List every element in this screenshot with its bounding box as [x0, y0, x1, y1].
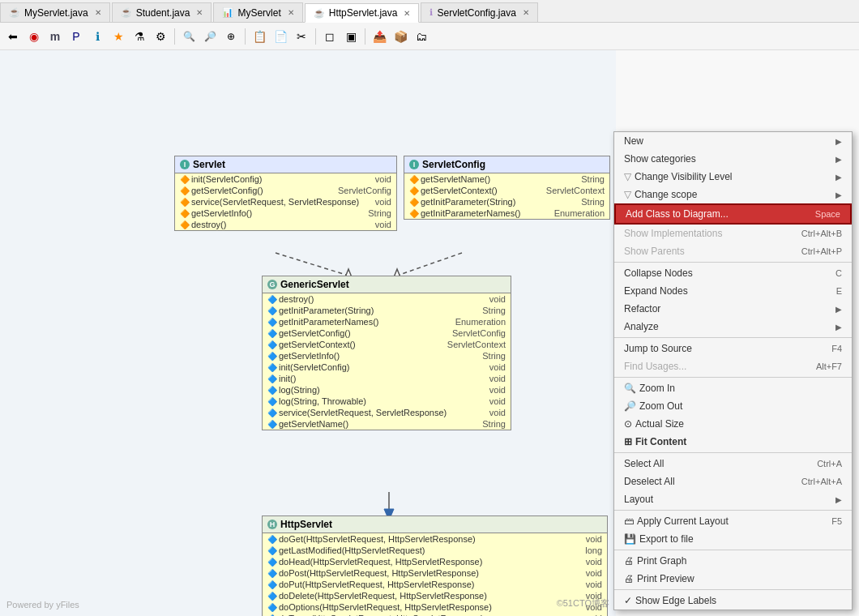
return-type: ServletContext — [546, 186, 605, 195]
method-label: 🔶getInitParameter(String) — [409, 197, 515, 207]
servletconfig-class-icon: I — [409, 160, 419, 169]
method-label: 🔷log(String) — [267, 385, 320, 395]
tab-servletconfig-java[interactable]: ℹ ServletConfig.java ✕ — [421, 2, 537, 22]
method-label: 🔷doGet(HttpServletRequest, HttpServletRe… — [267, 534, 476, 544]
menu-item-select-all-label: Select All — [624, 458, 664, 469]
tab-myservlet[interactable]: 📊 MyServlet ✕ — [213, 2, 302, 22]
toolbar-export3-btn[interactable]: 🗂 — [412, 27, 431, 46]
toolbar-paste-btn[interactable]: 📄 — [271, 27, 290, 46]
uml-row: 🔷getServletContext()ServletContext — [263, 339, 511, 350]
method-label: 🔷doOptions(HttpServletRequest, HttpServl… — [267, 602, 492, 612]
servletconfig-class-name: ServletConfig — [422, 159, 485, 170]
return-type: void — [375, 220, 391, 229]
menu-item-print-graph[interactable]: 🖨Print Graph — [614, 552, 852, 570]
toolbar-p-btn[interactable]: P — [66, 27, 86, 46]
tab-student-java[interactable]: ☕ Student.java ✕ — [112, 2, 212, 22]
menu-item-expand-nodes-label: Expand Nodes — [624, 285, 688, 297]
return-type: void — [489, 396, 506, 406]
return-type: void — [489, 362, 506, 372]
menu-item-print-preview[interactable]: 🖨Print Preview — [614, 570, 852, 588]
menu-item-show-edge-labels-label: ✓Show Edge Labels — [624, 595, 716, 606]
toolbar-zoom-fit-btn[interactable]: ⊕ — [221, 27, 241, 46]
toolbar-cut-btn[interactable]: ✂ — [292, 27, 311, 46]
toolbar-zoom-out-btn[interactable]: 🔎 — [200, 27, 220, 46]
toolbar-info-btn[interactable]: ℹ — [88, 27, 107, 46]
menu-item-change-scope[interactable]: ▽Change scope ▶ — [614, 186, 852, 203]
method-label: 🔷getServletContext() — [267, 340, 356, 349]
menu-item-collapse-nodes[interactable]: Collapse Nodes C — [614, 264, 852, 282]
method-label: 🔷log(String, Throwable) — [267, 396, 366, 406]
uml-row: 🔷init()void — [263, 373, 511, 384]
menu-item-zoom-out[interactable]: 🔎Zoom Out — [614, 397, 852, 415]
menu-item-refactor[interactable]: Refactor ▶ — [614, 300, 852, 318]
tab-myservlet-java[interactable]: ☕ MyServlet.java ✕ — [0, 2, 110, 22]
menu-arrow: ▶ — [835, 155, 842, 164]
servlet-class-icon: I — [180, 160, 190, 169]
method-label: 🔷init(ServletConfig) — [267, 362, 349, 372]
uml-servlet-class: I Servlet 🔶init(ServletConfig) void 🔶get… — [174, 156, 397, 231]
menu-item-add-class-label: Add Class to Diagram... — [626, 208, 729, 220]
tab-close-btn5[interactable]: ✕ — [523, 8, 529, 17]
menu-item-layout[interactable]: Layout ▶ — [614, 490, 852, 508]
uml-genericservlet-class: G GenericServlet 🔷destroy()void 🔷getInit… — [262, 276, 511, 430]
toolbar-sep3 — [315, 28, 316, 45]
menu-item-find-usages[interactable]: Find Usages... Alt+F7 — [614, 357, 852, 375]
menu-item-show-edge-labels[interactable]: ✓Show Edge Labels — [614, 592, 852, 610]
menu-arrow: ▶ — [835, 173, 842, 182]
tab-java-icon3: ☕ — [314, 8, 325, 19]
toolbar-rect-btn[interactable]: ◻ — [320, 27, 340, 46]
menu-item-apply-layout[interactable]: 🗃Apply Current Layout F5 — [614, 512, 852, 530]
return-type: String — [482, 306, 506, 315]
menu-item-collapse-nodes-shortcut: C — [835, 268, 842, 278]
menu-item-layout-label: Layout — [624, 494, 653, 505]
method-label: 🔶getServletConfig() — [180, 186, 263, 195]
tab-close-btn2[interactable]: ✕ — [196, 8, 203, 17]
menu-item-select-all[interactable]: Select All Ctrl+A — [614, 455, 852, 473]
menu-sep-4 — [614, 452, 852, 453]
toolbar-star-btn[interactable]: ★ — [109, 27, 128, 46]
menu-arrow: ▶ — [835, 190, 842, 199]
menu-item-deselect-all[interactable]: Deselect All Ctrl+Alt+A — [614, 473, 852, 490]
tab-label: MyServlet — [237, 7, 280, 19]
menu-item-analyze[interactable]: Analyze ▶ — [614, 318, 852, 336]
uml-row: 🔷doPut(HttpServletRequest, HttpServletRe… — [263, 579, 607, 590]
return-type: void — [586, 580, 602, 589]
menu-item-new[interactable]: New ▶ — [614, 132, 852, 150]
toolbar-m-btn[interactable]: m — [45, 27, 65, 46]
menu-item-export-to-file[interactable]: 💾Export to file — [614, 530, 852, 548]
toolbar-zoom-in-btn[interactable]: 🔍 — [179, 27, 199, 46]
toolbar-back-btn[interactable]: ⬅ — [3, 27, 23, 46]
toolbar-run-btn[interactable]: ◉ — [24, 27, 44, 46]
menu-item-show-parents[interactable]: Show Parents Ctrl+Alt+P — [614, 242, 852, 260]
tab-info-icon: ℹ — [430, 7, 433, 18]
menu-item-export-to-file-label: 💾Export to file — [624, 533, 694, 545]
uml-row: 🔷service(ServletRequest, ServletResponse… — [263, 407, 511, 418]
toolbar-rect2-btn[interactable]: ▣ — [341, 27, 361, 46]
tab-httpservlet-java[interactable]: ☕ HttpServlet.java ✕ — [305, 3, 420, 23]
toolbar-filter1-btn[interactable]: ⚗ — [130, 27, 149, 46]
menu-item-add-class[interactable]: Add Class to Diagram... Space — [614, 203, 852, 225]
tab-close-btn4[interactable]: ✕ — [404, 9, 410, 18]
tab-close-btn3[interactable]: ✕ — [288, 8, 294, 17]
return-type: void — [586, 534, 602, 544]
toolbar-export2-btn[interactable]: 📦 — [391, 27, 410, 46]
menu-item-zoom-in[interactable]: 🔍Zoom In — [614, 379, 852, 397]
diagram-canvas[interactable]: I Servlet 🔶init(ServletConfig) void 🔶get… — [0, 50, 616, 616]
toolbar-copy-btn[interactable]: 📋 — [250, 27, 269, 46]
toolbar-export1-btn[interactable]: 📤 — [370, 27, 389, 46]
menu-item-actual-size[interactable]: ⊙Actual Size — [614, 415, 852, 433]
menu-item-analyze-label: Analyze — [624, 321, 659, 332]
menu-item-expand-nodes[interactable]: Expand Nodes E — [614, 282, 852, 300]
menu-item-fit-content-label: ⊞Fit Content — [624, 436, 686, 447]
uml-row: 🔶getInitParameter(String) String — [404, 196, 609, 207]
uml-row: 🔷getServletInfo()String — [263, 350, 511, 361]
tab-close-btn[interactable]: ✕ — [95, 8, 101, 17]
return-type: void — [489, 294, 506, 304]
toolbar-sep2 — [245, 28, 246, 45]
toolbar-filter2-btn[interactable]: ⚙ — [151, 27, 170, 46]
menu-item-fit-content[interactable]: ⊞Fit Content — [614, 433, 852, 451]
menu-item-show-implementations[interactable]: Show Implementations Ctrl+Alt+B — [614, 225, 852, 242]
menu-item-show-categories[interactable]: Show categories ▶ — [614, 150, 852, 168]
menu-item-jump-to-source[interactable]: Jump to Source F4 — [614, 340, 852, 357]
menu-item-change-visibility[interactable]: ▽Change Visibility Level ▶ — [614, 168, 852, 186]
